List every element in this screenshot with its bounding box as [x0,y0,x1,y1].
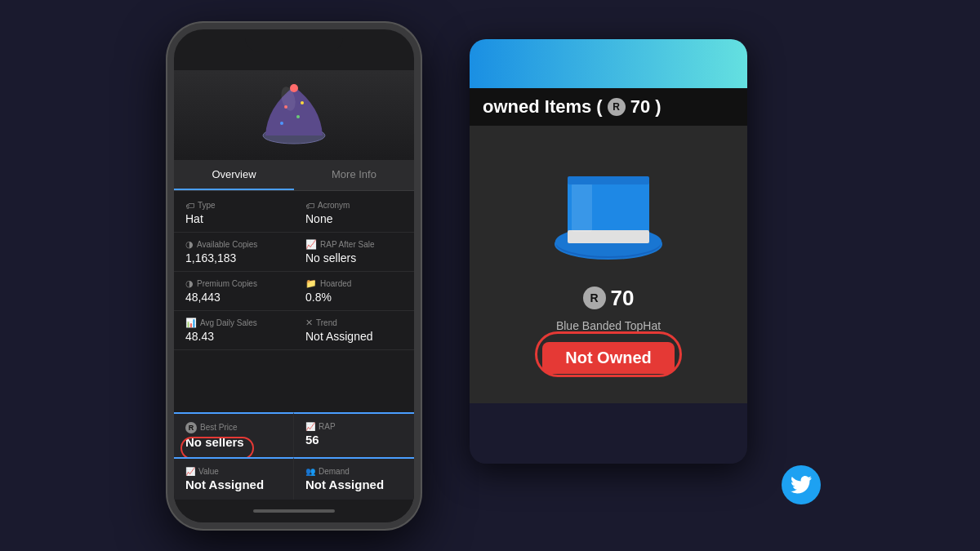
robux-icon-price: R [583,287,606,309]
acronym-value: None [305,212,403,225]
item-name: Blue Banded TopHat [556,319,661,332]
hat-image-area [174,70,414,160]
info-cell-premium-copies: ◑ Premium Copies 48,443 [174,272,294,310]
info-row-1: 🏷 Type Hat 🏷 Acronym None [174,194,414,233]
phone-notch [245,29,343,52]
rap-card-icon: 📈 [305,422,315,431]
rap-after-sale-icon: 📈 [305,239,317,250]
rap-after-sale-value: No sellers [305,251,403,264]
svg-point-3 [296,115,300,118]
info-cell-avg-daily-sales: 📊 Avg Daily Sales 48.43 [174,311,294,349]
svg-point-4 [280,122,283,125]
acronym-icon: 🏷 [305,201,314,211]
svg-rect-10 [568,230,649,243]
phone-container: Overview More Info 🏷 Type Hat 🏷 Acronym … [167,23,421,529]
info-cell-available-copies: ◑ Available Copies 1,163,183 [174,233,294,271]
hat-type-icon: 🏷 [185,201,194,211]
available-copies-value: 1,163,183 [185,251,283,264]
info-grid: 🏷 Type Hat 🏷 Acronym None ◑ Available Co… [174,191,414,412]
twitter-bird-svg [791,476,812,494]
avg-daily-sales-value: 48.43 [185,330,283,343]
best-price-value: No sellers [185,435,282,449]
owned-count-text: 70 [630,96,650,118]
trend-icon: ✕ [305,318,313,328]
bottom-card-rap: 📈 RAP 56 [294,412,414,457]
item-price: R 70 [583,286,635,311]
premium-icon: ◑ [185,278,194,289]
avg-sales-icon: 📊 [185,318,197,328]
copies-icon: ◑ [185,239,194,250]
price-value: 70 [611,286,635,311]
bottom-card-value: 📈 Value Not Assigned [174,457,294,500]
item-card: owned Items ( R 70 ) [470,39,747,464]
svg-point-2 [301,101,304,104]
type-value: Hat [185,212,283,225]
tab-overview[interactable]: Overview [174,160,294,190]
tab-bar: Overview More Info [174,160,414,191]
info-cell-trend: ✕ Trend Not Assigned [294,311,414,349]
demand-card-icon: 👥 [305,467,315,476]
svg-rect-12 [568,176,649,184]
card-dark-section: owned Items ( R 70 ) [470,88,747,126]
twitter-icon [782,465,821,504]
blue-hat-svg [543,142,674,273]
info-row-4: 📊 Avg Daily Sales 48.43 ✕ Trend Not Assi… [174,311,414,350]
hoarded-value: 0.8% [305,291,403,304]
svg-rect-11 [572,183,592,232]
value-card-icon: 📈 [185,467,195,476]
rap-value: 56 [305,433,403,447]
info-row-3: ◑ Premium Copies 48,443 📁 Hoarded 0.8% [174,272,414,311]
not-owned-highlight [535,331,682,377]
robux-icon: R [185,422,197,433]
bottom-card-best-price: R Best Price No sellers [174,412,294,457]
info-cell-type: 🏷 Type Hat [174,194,294,232]
home-indicator [174,500,414,522]
right-panel: owned Items ( R 70 ) [470,39,813,513]
owned-title-text: owned Items ( [483,96,603,118]
info-cell-acronym: 🏷 Acronym None [294,194,414,232]
info-cell-rap-after-sale: 📈 RAP After Sale No sellers [294,233,414,271]
party-hat-icon [257,82,331,148]
value-card-value: Not Assigned [185,478,282,491]
tab-more-info[interactable]: More Info [294,160,414,190]
home-bar [253,509,335,513]
owned-items-title: owned Items ( R 70 ) [483,96,734,118]
bottom-card-demand: 👥 Demand Not Assigned [294,457,414,500]
card-item-display: R 70 Blue Banded TopHat Not Owned [470,126,747,403]
demand-value: Not Assigned [305,478,403,491]
bottom-cards: R Best Price No sellers 📈 RAP 56 📈 Value… [174,412,414,500]
hoarded-icon: 📁 [305,278,317,289]
premium-copies-value: 48,443 [185,291,283,304]
robux-icon-title: R [608,98,626,116]
info-row-2: ◑ Available Copies 1,163,183 📈 RAP After… [174,233,414,272]
owned-closing-paren: ) [655,96,661,118]
card-top-gradient [470,39,747,88]
trend-value: Not Assigned [305,330,403,343]
info-cell-hoarded: 📁 Hoarded 0.8% [294,272,414,310]
